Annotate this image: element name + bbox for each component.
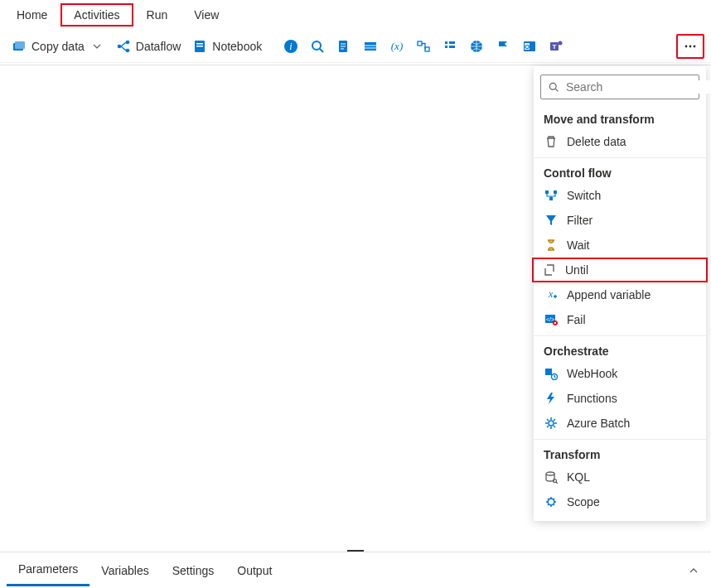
activity-webhook[interactable]: WebHook — [534, 361, 706, 386]
activity-kql[interactable]: KQL — [534, 465, 706, 489]
svg-point-10 — [312, 41, 321, 50]
activity-label: Until — [565, 263, 588, 277]
activity-label: Functions — [567, 392, 617, 405]
table-button[interactable] — [358, 36, 383, 57]
tab-parameters[interactable]: Parameters — [7, 554, 89, 586]
svg-rect-1 — [15, 41, 25, 49]
pipeline-icon — [416, 39, 431, 54]
collapse-panel-button[interactable] — [683, 560, 704, 581]
activity-delete-data[interactable]: Delete data — [534, 129, 706, 154]
variable-icon: (x) — [389, 39, 404, 54]
menu-home[interactable]: Home — [3, 3, 60, 27]
globe-icon — [469, 39, 484, 54]
activity-label: Delete data — [567, 135, 626, 148]
activity-functions[interactable]: Functions — [534, 386, 706, 411]
search-field[interactable] — [540, 75, 699, 99]
chevron-down-icon — [89, 39, 104, 54]
web-button[interactable] — [464, 36, 489, 57]
activity-filter[interactable]: Filter — [534, 208, 706, 233]
scope-icon — [544, 494, 559, 509]
menu-run[interactable]: Run — [133, 3, 181, 27]
svg-point-44 — [549, 421, 554, 426]
flag-button[interactable] — [491, 36, 515, 57]
svg-text:O: O — [525, 43, 530, 51]
switch-icon — [544, 188, 559, 203]
search-input[interactable] — [566, 80, 711, 94]
activity-label: Wait — [567, 239, 589, 252]
filter-icon — [544, 213, 559, 228]
svg-rect-21 — [445, 46, 447, 48]
svg-text:x: x — [548, 288, 554, 300]
activity-label: Append variable — [567, 288, 651, 301]
toolbar: Copy data Dataflow Notebook i — [0, 30, 711, 63]
activity-append-variable[interactable]: x Append variable — [534, 282, 706, 307]
activity-label: Scope — [567, 495, 600, 508]
copy-data-icon — [12, 39, 27, 54]
search-icon — [310, 39, 325, 54]
svg-point-30 — [685, 45, 688, 47]
section-title: Control flow — [534, 161, 706, 183]
svg-rect-17 — [418, 41, 422, 46]
teams-button[interactable]: T — [544, 36, 568, 57]
svg-rect-22 — [449, 46, 455, 48]
svg-rect-20 — [449, 41, 455, 44]
list-icon — [443, 39, 457, 54]
dataflow-button[interactable]: Dataflow — [111, 36, 186, 57]
svg-point-3 — [126, 40, 130, 44]
teams-icon: T — [549, 39, 563, 54]
svg-rect-19 — [445, 41, 447, 44]
bottom-tabs: Parameters Variables Settings Output — [0, 552, 711, 588]
notebook-label: Notebook — [212, 40, 262, 53]
svg-rect-35 — [545, 190, 549, 194]
pipeline-button[interactable] — [411, 36, 436, 57]
svg-text:T: T — [553, 43, 557, 51]
svg-line-34 — [555, 89, 558, 91]
tab-output[interactable]: Output — [225, 556, 283, 586]
activity-fail[interactable]: </> Fail — [534, 307, 706, 332]
script-button[interactable] — [331, 36, 356, 57]
activity-label: Filter — [567, 214, 592, 227]
more-activities-button[interactable] — [676, 34, 704, 59]
activities-panel: Move and transform Delete data Control f… — [534, 66, 706, 521]
activity-azure-batch[interactable]: Azure Batch — [534, 411, 706, 436]
tab-variables[interactable]: Variables — [89, 556, 160, 586]
info-button[interactable]: i — [278, 36, 303, 57]
menu-view[interactable]: View — [181, 3, 232, 27]
copy-data-button[interactable]: Copy data — [7, 36, 109, 57]
menu-bar: Home Activities Run View — [0, 0, 711, 30]
webhook-icon — [544, 366, 559, 381]
hourglass-icon — [544, 238, 559, 253]
ellipsis-icon — [683, 39, 698, 54]
svg-rect-18 — [425, 47, 429, 51]
svg-text:(x): (x) — [391, 40, 403, 52]
variable-button[interactable]: (x) — [385, 36, 409, 57]
activity-switch[interactable]: Switch — [534, 183, 706, 208]
svg-text:i: i — [290, 41, 293, 52]
flag-icon — [496, 39, 510, 54]
gear-icon — [544, 416, 559, 431]
activity-scope[interactable]: Scope — [534, 489, 706, 514]
svg-rect-42 — [545, 369, 552, 375]
svg-rect-7 — [196, 46, 203, 47]
info-icon: i — [283, 39, 298, 54]
outlook-button[interactable]: O — [517, 36, 542, 57]
search-button[interactable] — [305, 36, 330, 57]
svg-point-46 — [554, 480, 557, 483]
tab-settings[interactable]: Settings — [161, 556, 226, 586]
activity-label: Fail — [567, 313, 586, 326]
list-button[interactable] — [438, 36, 462, 57]
table-icon — [363, 39, 378, 54]
menu-activities[interactable]: Activities — [60, 3, 133, 27]
section-title: Transform — [534, 443, 706, 465]
activity-label: KQL — [567, 470, 590, 484]
append-variable-icon: x — [544, 287, 559, 302]
svg-point-45 — [546, 472, 554, 475]
activity-until[interactable]: Until — [532, 258, 708, 282]
trash-icon — [544, 134, 559, 149]
outlook-icon: O — [522, 39, 537, 54]
activity-wait[interactable]: Wait — [534, 233, 706, 258]
notebook-icon — [192, 39, 207, 54]
svg-point-28 — [559, 41, 563, 45]
notebook-button[interactable]: Notebook — [187, 36, 267, 57]
svg-point-31 — [689, 45, 692, 47]
